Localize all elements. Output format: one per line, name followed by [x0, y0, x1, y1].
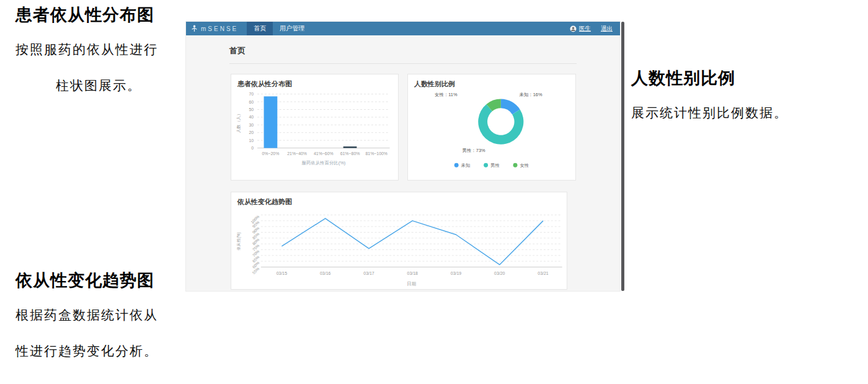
bar-chart-title: 患者依从性分布图 — [237, 79, 292, 89]
page-title: 首页 — [229, 35, 577, 64]
app-logo-text: mSENSE — [201, 25, 238, 32]
svg-text:20: 20 — [249, 130, 254, 135]
top-navbar: mSENSE 首页 用户管理 医生 退出 — [186, 22, 620, 35]
svg-text:03/18: 03/18 — [407, 271, 418, 275]
svg-text:03/16: 03/16 — [320, 271, 330, 275]
tab-home[interactable]: 首页 — [247, 22, 273, 35]
annotation-title-gender-ratio: 人数性别比例 — [631, 67, 735, 89]
annotation-title-bar-chart: 患者依从性分布图 — [16, 4, 154, 26]
annotation-text: 柱状图展示。 — [16, 77, 182, 94]
svg-text:0: 0 — [251, 146, 254, 150]
logout-link[interactable]: 退出 — [601, 25, 613, 33]
svg-text:03/17: 03/17 — [363, 271, 374, 275]
svg-text:10: 10 — [249, 138, 254, 143]
svg-text:女性：11%: 女性：11% — [435, 92, 458, 97]
svg-text:女性: 女性 — [520, 163, 529, 168]
svg-text:60: 60 — [249, 100, 254, 104]
svg-text:03/21: 03/21 — [538, 271, 548, 275]
svg-text:人数（人）: 人数（人） — [236, 112, 241, 133]
svg-text:依从性(%): 依从性(%) — [236, 232, 241, 250]
gender-ratio-panel: 人数性别比例 女性：11%未知：16%男性：73%未知男性女性 — [407, 74, 576, 181]
page-content: 首页 患者依从性分布图 0102030405060700%~20%21%~40%… — [186, 35, 620, 291]
top-panels-row: 患者依从性分布图 0102030405060700%~20%21%~40%41%… — [231, 74, 620, 181]
annotation-title-trend-chart: 依从性变化趋势图 — [16, 269, 154, 292]
line-chart: 55%60%65%70%75%80%85%90%95%100%03/1503/1… — [231, 192, 567, 289]
svg-text:40: 40 — [249, 115, 254, 119]
svg-text:03/15: 03/15 — [277, 271, 287, 275]
donut-chart: 女性：11%未知：16%男性：73%未知男性女性 — [408, 74, 575, 180]
svg-text:服药依从性百分比(%): 服药依从性百分比(%) — [301, 160, 345, 166]
annotation-text: 性进行趋势变化分析。 — [16, 342, 158, 360]
svg-text:男性：73%: 男性：73% — [463, 148, 485, 153]
svg-text:61%~80%: 61%~80% — [340, 151, 360, 156]
svg-text:03/19: 03/19 — [451, 271, 461, 275]
svg-text:03/20: 03/20 — [494, 271, 505, 275]
donut-chart-title: 人数性别比例 — [414, 79, 455, 89]
svg-text:41%~60%: 41%~60% — [314, 151, 334, 156]
compliance-trend-panel: 依从性变化趋势图 55%60%65%70%75%80%85%90%95%100%… — [231, 192, 567, 290]
svg-text:30: 30 — [249, 123, 254, 127]
svg-text:男性: 男性 — [490, 163, 500, 168]
svg-text:未知：16%: 未知：16% — [519, 92, 542, 97]
browser-scrollbar[interactable] — [621, 22, 624, 291]
user-menu-label: 医生 — [579, 25, 591, 33]
avatar-icon — [570, 25, 577, 32]
compliance-distribution-panel: 患者依从性分布图 0102030405060700%~20%21%~40%41%… — [231, 74, 399, 181]
svg-text:70: 70 — [249, 92, 254, 96]
user-menu[interactable]: 医生 — [570, 25, 591, 33]
annotation-text: 按照服药的依从性进行 — [16, 41, 158, 58]
dashboard-screenshot: mSENSE 首页 用户管理 医生 退出 首页 患者 — [186, 22, 620, 291]
svg-text:50: 50 — [249, 107, 254, 112]
line-chart-title: 依从性变化趋势图 — [237, 197, 292, 207]
svg-text:日期: 日期 — [407, 281, 416, 287]
slide-canvas: 患者依从性分布图 按照服药的依从性进行 柱状图展示。 依从性变化趋势图 根据药盒… — [0, 0, 868, 384]
msense-logo-icon — [191, 25, 198, 32]
svg-text:81%~100%: 81%~100% — [365, 151, 388, 156]
svg-text:未知: 未知 — [461, 163, 471, 168]
bar-chart: 0102030405060700%~20%21%~40%41%~60%61%~8… — [231, 74, 398, 180]
annotation-text: 根据药盒数据统计依从 — [16, 306, 158, 324]
svg-text:21%~40%: 21%~40% — [287, 151, 307, 156]
tab-user-management[interactable]: 用户管理 — [273, 22, 311, 35]
annotation-text: 展示统计性别比例数据。 — [631, 104, 788, 122]
app-logo: mSENSE — [186, 22, 247, 35]
svg-text:0%~20%: 0%~20% — [262, 151, 280, 156]
navbar-right: 医生 退出 — [570, 22, 620, 35]
